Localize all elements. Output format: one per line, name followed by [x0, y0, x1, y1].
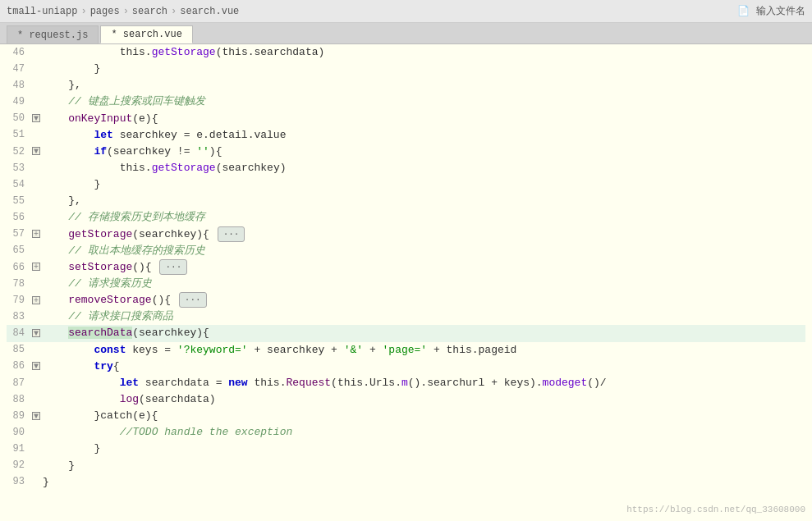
line-number-79: 79	[7, 293, 31, 308]
code-line-55: 55 },	[7, 193, 805, 209]
code-text-91: }	[43, 441, 805, 457]
code-text-93: }	[43, 474, 805, 491]
fold-marker-57[interactable]: +	[31, 227, 43, 241]
code-line-86: 86▼ try{	[7, 359, 805, 375]
fold-marker-79[interactable]: +	[31, 294, 43, 308]
code-text-88: log(searchdata)	[43, 391, 805, 408]
code-text-78: // 请求搜索历史	[43, 276, 805, 292]
collapsed-block[interactable]: ···	[218, 226, 245, 242]
watermark: https://blog.csdn.net/qq_33608000	[626, 505, 805, 514]
line-number-92: 92	[7, 458, 31, 473]
code-line-91: 91 }	[7, 441, 805, 457]
code-text-46: this.getStorage(this.searchdata)	[43, 44, 805, 61]
code-line-53: 53 this.getStorage(searchkey)	[7, 160, 805, 176]
code-line-87: 87 let searchdata = new this.Request(thi…	[7, 375, 805, 391]
breadcrumb: tmall-uniapp › pages › search › search.v…	[7, 6, 239, 17]
line-number-54: 54	[7, 177, 31, 193]
line-number-91: 91	[7, 441, 31, 457]
tab-request-js[interactable]: * request.js	[7, 25, 99, 43]
fold-marker-50[interactable]: ▼	[31, 112, 43, 126]
fold-collapse-icon-86[interactable]: ▼	[32, 362, 40, 370]
code-line-83: 83 // 请求接口搜索商品	[7, 308, 805, 325]
line-number-52: 52	[7, 144, 31, 160]
code-line-89: 89▼ }catch(e){	[7, 408, 805, 424]
code-text-57: getStorage(searchkey){ ···	[43, 226, 805, 243]
line-number-89: 89	[7, 409, 31, 424]
breadcrumb-sep-3: ›	[171, 6, 177, 17]
code-line-54: 54 }	[7, 176, 805, 193]
fold-collapse-icon-89[interactable]: ▼	[32, 412, 40, 420]
line-number-66: 66	[7, 260, 31, 276]
line-number-48: 48	[7, 78, 31, 94]
code-line-66: 66+ setStorage(){ ···	[7, 259, 805, 276]
collapsed-block[interactable]: ···	[179, 292, 207, 308]
code-text-47: }	[43, 61, 805, 77]
code-text-86: try{	[43, 359, 805, 375]
line-number-85: 85	[7, 342, 31, 358]
code-text-54: }	[43, 176, 805, 193]
breadcrumb-sep-2: ›	[123, 6, 129, 17]
code-line-92: 92 }	[7, 458, 805, 474]
fold-marker-84[interactable]: ▼	[31, 327, 43, 340]
fold-marker-86[interactable]: ▼	[31, 359, 43, 373]
line-number-86: 86	[7, 359, 31, 374]
breadcrumb-sep-1: ›	[80, 6, 86, 17]
line-number-56: 56	[7, 210, 31, 226]
line-number-47: 47	[7, 62, 31, 77]
fold-collapse-icon-50[interactable]: ▼	[32, 114, 40, 122]
top-bar: tmall-uniapp › pages › search › search.v…	[0, 0, 812, 23]
fold-marker-52[interactable]: ▼	[31, 144, 43, 158]
code-text-89: }catch(e){	[43, 408, 805, 424]
code-line-57: 57+ getStorage(searchkey){ ···	[7, 226, 805, 243]
line-number-87: 87	[7, 376, 31, 391]
line-number-51: 51	[7, 127, 31, 143]
code-text-79: removeStorage(){ ···	[43, 292, 805, 308]
code-text-83: // 请求接口搜索商品	[43, 308, 805, 325]
line-number-90: 90	[7, 425, 31, 441]
collapsed-block[interactable]: ···	[159, 259, 187, 275]
code-content: 46 this.getStorage(this.searchdata)47 }4…	[0, 44, 812, 521]
code-line-65: 65 // 取出本地缓存的搜索历史	[7, 243, 805, 259]
editor-area: 46 this.getStorage(this.searchdata)47 }4…	[0, 44, 812, 521]
code-text-56: // 存储搜索历史到本地缓存	[43, 209, 805, 226]
fold-expand-icon-57[interactable]: +	[32, 230, 40, 238]
code-line-50: 50▼ onKeyInput(e){	[7, 111, 805, 127]
line-number-83: 83	[7, 309, 31, 325]
fold-collapse-icon-84[interactable]: ▼	[32, 329, 40, 337]
fold-marker-89[interactable]: ▼	[31, 409, 43, 423]
code-text-49: // 键盘上搜索或回车键触发	[43, 94, 805, 110]
code-line-51: 51 let searchkey = e.detail.value	[7, 127, 805, 144]
code-text-85: const keys = '?keyword=' + searchkey + '…	[43, 342, 805, 359]
code-line-88: 88 log(searchdata)	[7, 391, 805, 408]
code-text-65: // 取出本地缓存的搜索历史	[43, 243, 805, 259]
code-line-46: 46 this.getStorage(this.searchdata)	[7, 44, 805, 61]
breadcrumb-part-3: search	[132, 6, 167, 17]
code-text-50: onKeyInput(e){	[43, 111, 805, 127]
breadcrumb-part-2: pages	[90, 6, 120, 17]
code-text-48: },	[43, 77, 805, 94]
code-line-79: 79+ removeStorage(){ ···	[7, 292, 805, 308]
tab-search-vue[interactable]: * search.vue	[100, 25, 192, 43]
fold-expand-icon-79[interactable]: +	[32, 296, 40, 304]
breadcrumb-part-1: tmall-uniapp	[7, 6, 77, 17]
code-text-92: }	[43, 458, 805, 474]
code-line-56: 56 // 存储搜索历史到本地缓存	[7, 209, 805, 226]
code-text-90: //TODO handle the exception	[43, 424, 805, 441]
code-line-52: 52▼ if(searchkey != ''){	[7, 144, 805, 160]
line-number-88: 88	[7, 392, 31, 408]
top-right-area: 📄 输入文件名	[737, 4, 805, 18]
breadcrumb-part-4: search.vue	[180, 6, 239, 17]
code-text-51: let searchkey = e.detail.value	[43, 127, 805, 144]
fold-marker-66[interactable]: +	[31, 260, 43, 274]
code-text-66: setStorage(){ ···	[43, 259, 805, 276]
search-file-label: 输入文件名	[756, 4, 805, 18]
search-file-icon: 📄	[737, 5, 750, 17]
line-number-49: 49	[7, 94, 31, 110]
code-text-84: searchData(searchkey){	[43, 325, 805, 341]
code-line-93: 93}	[7, 474, 805, 491]
line-number-65: 65	[7, 243, 31, 258]
fold-collapse-icon-52[interactable]: ▼	[32, 147, 40, 155]
line-number-78: 78	[7, 276, 31, 292]
code-text-52: if(searchkey != ''){	[43, 144, 805, 160]
fold-expand-icon-66[interactable]: +	[32, 263, 40, 271]
